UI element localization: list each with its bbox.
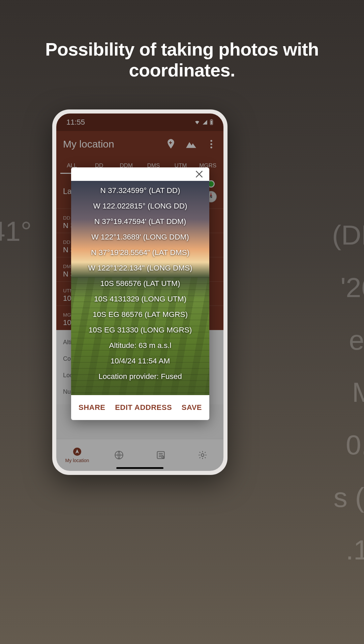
coord-overlay-line: W 122.022815° (LONG DD) xyxy=(93,202,187,211)
coord-overlay-line: N 37°19'28.5564" (LAT DMS) xyxy=(91,248,189,257)
background-ghost-text: (DM '26. eci M) 0.4 s (D .17 xyxy=(332,209,364,576)
close-button[interactable] xyxy=(194,169,204,181)
coord-overlay-line: W 122°1'22.134" (LONG DMS) xyxy=(88,264,192,272)
coord-overlay-line: 10S EG 86576 (LAT MGRS) xyxy=(93,310,188,319)
coord-overlay-line: W 122°1.3689' (LONG DDM) xyxy=(91,233,189,242)
dialog-action-bar: SHARE EDIT ADDRESS SAVE xyxy=(71,395,209,420)
edit-address-button[interactable]: EDIT ADDRESS xyxy=(115,403,172,412)
phone-screen: 11:55 My location ALL xyxy=(56,114,223,471)
coord-overlay-line: 10/4/24 11:54 AM xyxy=(111,357,170,365)
promo-headline: Possibility of taking photos with coordi… xyxy=(0,39,364,80)
save-button[interactable]: SAVE xyxy=(182,403,202,412)
background-ghost-left: 41° xyxy=(0,216,32,247)
photo-preview: N 37.324599° (LAT DD) W 122.022815° (LON… xyxy=(71,181,209,395)
photo-coordinates-dialog: N 37.324599° (LAT DD) W 122.022815° (LON… xyxy=(71,167,209,420)
coord-overlay-line: Altitude: 63 m a.s.l xyxy=(109,341,171,350)
coord-overlay-line: 10S 4131329 (LONG UTM) xyxy=(94,295,186,303)
coord-overlay-line: N 37.324599° (LAT DD) xyxy=(100,186,180,195)
coord-overlay-line: N 37°19.47594' (LAT DDM) xyxy=(94,217,186,226)
coord-overlay-line: 10S 586576 (LAT UTM) xyxy=(100,279,180,288)
coord-overlay-line: 10S EG 31330 (LONG MGRS) xyxy=(89,326,192,334)
phone-frame: 11:55 My location ALL xyxy=(52,109,228,475)
share-button[interactable]: SHARE xyxy=(79,403,105,412)
coord-overlay-line: Location provider: Fused xyxy=(98,372,182,381)
close-icon xyxy=(194,169,204,179)
